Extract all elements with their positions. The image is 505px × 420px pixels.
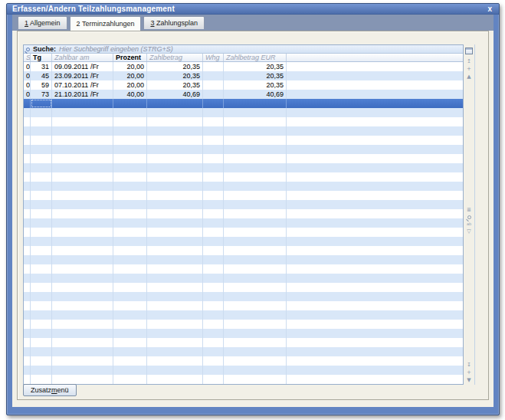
table-cell[interactable]: [24, 264, 31, 274]
table-cell[interactable]: [113, 246, 147, 255]
table-cell[interactable]: [52, 283, 113, 292]
table-cell[interactable]: [224, 255, 287, 264]
column-header-whg[interactable]: Whg: [203, 54, 224, 61]
table-cell[interactable]: [52, 228, 113, 237]
table-cell[interactable]: 0: [24, 90, 31, 99]
table-cell[interactable]: [203, 126, 224, 136]
table-cell[interactable]: [147, 209, 203, 218]
table-cell[interactable]: [24, 246, 31, 255]
table-cell[interactable]: [203, 90, 224, 99]
table-cell[interactable]: [287, 366, 463, 375]
table-cell[interactable]: [113, 338, 147, 347]
table-row[interactable]: [24, 292, 463, 301]
table-cell[interactable]: [24, 356, 31, 366]
table-cell[interactable]: 20,35: [224, 62, 287, 71]
table-cell[interactable]: [52, 172, 113, 182]
table-row[interactable]: [24, 375, 463, 384]
table-cell[interactable]: [31, 329, 52, 338]
table-row[interactable]: [24, 172, 463, 182]
table-cell[interactable]: [224, 237, 287, 246]
table-cell[interactable]: [147, 366, 203, 375]
table-cell[interactable]: [24, 136, 31, 145]
table-cell[interactable]: [31, 246, 52, 255]
table-cell[interactable]: [287, 126, 463, 136]
table-cell[interactable]: [224, 154, 287, 163]
table-cell[interactable]: [52, 117, 113, 126]
table-cell[interactable]: [147, 191, 203, 200]
table-cell[interactable]: [31, 209, 52, 218]
table-cell[interactable]: 40,69: [224, 90, 287, 99]
table-cell[interactable]: [31, 320, 52, 329]
table-cell[interactable]: [24, 283, 31, 292]
table-cell[interactable]: [31, 99, 52, 108]
table-cell[interactable]: [113, 218, 147, 228]
table-cell[interactable]: [147, 356, 203, 366]
table-cell[interactable]: [52, 366, 113, 375]
table-cell[interactable]: [224, 264, 287, 274]
table-cell[interactable]: [113, 347, 147, 356]
table-row[interactable]: [24, 218, 463, 228]
table-cell[interactable]: [287, 246, 463, 255]
table-cell[interactable]: [113, 172, 147, 182]
table-cell[interactable]: [52, 99, 113, 108]
table-cell[interactable]: [287, 320, 463, 329]
table-row[interactable]: [24, 356, 463, 366]
table-cell[interactable]: [113, 366, 147, 375]
table-cell[interactable]: [31, 163, 52, 172]
table-cell[interactable]: [147, 237, 203, 246]
table-cell[interactable]: [203, 228, 224, 237]
table-cell[interactable]: [203, 292, 224, 301]
tab-terminzahlungen[interactable]: 2 Terminzahlungen: [70, 16, 142, 31]
table-cell[interactable]: 09.09.2011 /Fr: [52, 62, 113, 71]
columns-icon[interactable]: ≣: [467, 208, 471, 213]
table-cell[interactable]: 07.10.2011 /Fr: [52, 80, 113, 90]
table-cell[interactable]: 20,35: [224, 71, 287, 80]
table-cell[interactable]: [24, 108, 31, 117]
table-cell[interactable]: [147, 255, 203, 264]
table-cell[interactable]: [203, 338, 224, 347]
table-cell[interactable]: [113, 310, 147, 320]
table-cell[interactable]: [113, 237, 147, 246]
table-cell[interactable]: [113, 209, 147, 218]
table-cell[interactable]: 20,35: [147, 71, 203, 80]
table-row[interactable]: [24, 163, 463, 172]
table-cell[interactable]: [52, 320, 113, 329]
table-cell[interactable]: [224, 375, 287, 384]
table-cell[interactable]: [203, 237, 224, 246]
text-icon[interactable]: ab: [467, 221, 471, 227]
table-row[interactable]: [24, 228, 463, 237]
close-icon[interactable]: x: [486, 5, 494, 14]
table-row[interactable]: [24, 108, 463, 117]
table-cell[interactable]: [31, 356, 52, 366]
table-cell[interactable]: [287, 191, 463, 200]
table-cell[interactable]: [31, 301, 52, 310]
table-row[interactable]: [24, 301, 463, 310]
table-cell[interactable]: [31, 264, 52, 274]
table-cell[interactable]: [147, 329, 203, 338]
table-cell[interactable]: [287, 338, 463, 347]
table-cell[interactable]: [52, 209, 113, 218]
table-cell[interactable]: [203, 145, 224, 154]
table-cell[interactable]: [203, 200, 224, 209]
table-cell[interactable]: [287, 292, 463, 301]
table-cell[interactable]: [113, 356, 147, 366]
table-cell[interactable]: [31, 172, 52, 182]
table-cell[interactable]: [31, 145, 52, 154]
search-icon[interactable]: [467, 215, 471, 219]
column-header-zahlbar-am[interactable]: Zahlbar am: [52, 54, 113, 61]
table-cell[interactable]: [147, 274, 203, 283]
table-cell[interactable]: [147, 264, 203, 274]
table-cell[interactable]: [24, 228, 31, 237]
table-cell[interactable]: [224, 356, 287, 366]
table-cell[interactable]: [113, 301, 147, 310]
table-cell[interactable]: 20,00: [113, 62, 147, 71]
table-cell[interactable]: [287, 90, 463, 99]
table-cell[interactable]: [287, 99, 463, 108]
table-cell[interactable]: [31, 366, 52, 375]
table-cell[interactable]: [287, 375, 463, 384]
table-cell[interactable]: [147, 338, 203, 347]
table-cell[interactable]: [113, 154, 147, 163]
table-cell[interactable]: [287, 145, 463, 154]
table-cell[interactable]: [113, 117, 147, 126]
table-cell[interactable]: [113, 182, 147, 191]
